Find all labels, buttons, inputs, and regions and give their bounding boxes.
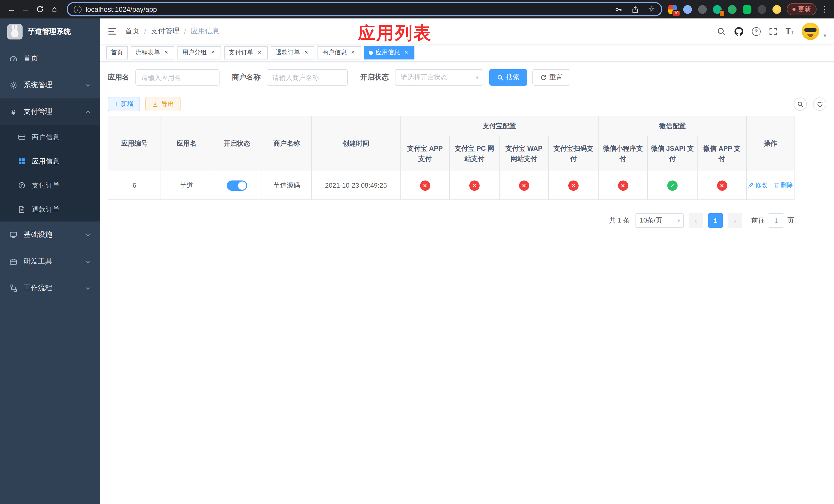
- address-bar[interactable]: i localhost:1024/pay/app ☆: [67, 2, 662, 17]
- goto-page-input[interactable]: [768, 213, 784, 228]
- sidebar-item-pay-order[interactable]: 支付订单: [0, 173, 100, 198]
- extension-badge: 10: [673, 10, 680, 17]
- extension-green-circle-icon[interactable]: [727, 4, 737, 14]
- browser-update-button[interactable]: 更新: [787, 3, 816, 15]
- col-merchant: 商户名称: [262, 116, 312, 171]
- tab-refund-order[interactable]: 退款订单 ×: [271, 46, 314, 59]
- sidebar-item-app-info[interactable]: 应用信息: [0, 149, 100, 173]
- url-text[interactable]: localhost:1024/pay/app: [86, 5, 605, 13]
- search-button-label: 搜索: [506, 73, 520, 82]
- col-alipay-pc: 支付宝 PC 网站支付: [449, 136, 499, 171]
- status-toggle[interactable]: [227, 180, 247, 190]
- add-button[interactable]: + 新增: [108, 97, 140, 111]
- sidebar-item-merchant-info[interactable]: 商户信息: [0, 125, 100, 149]
- status-cross-icon: ×: [568, 180, 578, 190]
- export-button[interactable]: 导出: [146, 97, 181, 111]
- search-icon[interactable]: [717, 27, 725, 36]
- extension-blue-icon[interactable]: [682, 4, 693, 14]
- cell-merchant: 芋道源码: [262, 171, 312, 200]
- sidebar-item-home[interactable]: 首页: [0, 45, 100, 72]
- toolbox-icon: [9, 257, 18, 266]
- browser-home-icon[interactable]: ⌂: [47, 2, 62, 17]
- password-key-icon[interactable]: [614, 5, 622, 13]
- tab-process-form[interactable]: 流程表单 ×: [131, 46, 174, 59]
- close-icon[interactable]: ×: [349, 49, 356, 56]
- sidebar-item-label: 系统管理: [24, 81, 52, 90]
- prev-page-button[interactable]: ‹: [689, 213, 703, 228]
- close-icon[interactable]: ×: [162, 49, 170, 56]
- app-table: 应用编号 应用名 开启状态 商户名称 创建时间 支付宝配置 微信配置 操作 支付…: [108, 116, 794, 200]
- site-info-icon[interactable]: i: [74, 5, 82, 13]
- page-size-select[interactable]: 10条/页 ▾: [635, 213, 684, 228]
- update-dot-icon: [792, 8, 795, 11]
- active-dot-icon: [369, 50, 373, 54]
- extension-grid-icon[interactable]: 10: [667, 4, 678, 14]
- next-page-button[interactable]: ›: [728, 213, 742, 228]
- col-wx-app: 微信 APP 支付: [697, 136, 747, 171]
- font-size-icon[interactable]: TT: [786, 27, 794, 36]
- cell-create-time: 2021-10-23 08:49:25: [312, 171, 400, 200]
- app-name-label: 应用名: [108, 73, 129, 82]
- toggle-search-button[interactable]: [793, 97, 807, 111]
- sidebar-item-label: 基础设施: [24, 230, 52, 239]
- status-cross-icon: ×: [420, 180, 430, 190]
- breadcrumb: 首页 / 支付管理 / 应用信息: [125, 27, 220, 36]
- share-icon[interactable]: [631, 5, 639, 13]
- edit-link[interactable]: 修改: [748, 181, 767, 190]
- browser-menu-icon[interactable]: ⋮: [820, 5, 830, 14]
- profile-avatar-icon[interactable]: [771, 4, 782, 14]
- tab-merchant-info[interactable]: 商户信息 ×: [317, 46, 361, 59]
- document-icon: [18, 205, 26, 213]
- github-icon[interactable]: [734, 26, 744, 36]
- sidebar-toggle-icon[interactable]: [108, 27, 117, 36]
- tab-user-group[interactable]: 用户分组 ×: [177, 46, 221, 59]
- extension-teal-icon[interactable]: 1: [712, 4, 722, 14]
- sidebar-item-workflow[interactable]: 工作流程: [0, 275, 100, 301]
- breadcrumb-home[interactable]: 首页: [125, 27, 139, 36]
- tab-app-info[interactable]: 应用信息 ×: [364, 46, 414, 59]
- merchant-name-input[interactable]: [267, 69, 348, 86]
- sidebar-item-infra[interactable]: 基础设施: [0, 222, 100, 248]
- sidebar-item-system[interactable]: 系统管理: [0, 72, 100, 98]
- reset-button[interactable]: 重置: [532, 69, 570, 86]
- extension-wechat-icon[interactable]: [742, 4, 752, 14]
- sidebar-item-payment[interactable]: ¥ 支付管理: [0, 98, 100, 125]
- status-select-placeholder: 请选择开启状态: [401, 73, 447, 82]
- goto-suffix: 页: [787, 216, 794, 225]
- search-button[interactable]: 搜索: [489, 69, 527, 86]
- filter-bar: 应用名 商户名称 开启状态 请选择开启状态 ▾: [108, 69, 826, 86]
- extension-gray-icon[interactable]: [697, 4, 707, 14]
- browser-forward-icon[interactable]: →: [19, 2, 33, 17]
- sidebar-item-devtools[interactable]: 研发工具: [0, 248, 100, 275]
- avatar-caret-icon[interactable]: ▾: [824, 32, 826, 40]
- tags-view: 首页 流程表单 × 用户分组 × 支付订单 × 退款订单 ×: [100, 44, 834, 62]
- refresh-button[interactable]: [813, 97, 826, 111]
- export-button-label: 导出: [161, 100, 174, 109]
- current-page-button[interactable]: 1: [708, 213, 723, 228]
- status-cross-icon: ×: [469, 180, 480, 190]
- close-icon[interactable]: ×: [303, 49, 310, 56]
- sidebar-item-refund-order[interactable]: 退款订单: [0, 198, 100, 222]
- browser-reload-icon[interactable]: [33, 2, 47, 17]
- tab-pay-order[interactable]: 支付订单 ×: [224, 46, 268, 59]
- delete-link[interactable]: 删除: [773, 181, 793, 190]
- col-alipay-app: 支付宝 APP 支付: [400, 136, 449, 171]
- extension-pin-icon[interactable]: [756, 4, 767, 14]
- status-select[interactable]: 请选择开启状态 ▾: [395, 69, 483, 86]
- app-logo-row[interactable]: 芋道管理系统: [0, 19, 100, 45]
- fullscreen-icon[interactable]: [769, 27, 777, 36]
- app-name-input[interactable]: [135, 69, 220, 86]
- goto-prefix: 前往: [751, 216, 765, 225]
- chevron-down-icon: ▾: [476, 74, 479, 81]
- user-avatar[interactable]: [802, 23, 819, 40]
- browser-back-icon[interactable]: ←: [4, 2, 19, 17]
- workflow-icon: [9, 284, 18, 292]
- close-icon[interactable]: ×: [403, 49, 410, 56]
- breadcrumb-payment[interactable]: 支付管理: [151, 27, 179, 36]
- close-icon[interactable]: ×: [209, 49, 216, 56]
- help-icon[interactable]: ?: [752, 27, 761, 36]
- sidebar-item-label: 支付订单: [32, 181, 60, 190]
- close-icon[interactable]: ×: [256, 49, 263, 56]
- tab-home[interactable]: 首页: [106, 46, 128, 59]
- bookmark-star-icon[interactable]: ☆: [648, 5, 655, 14]
